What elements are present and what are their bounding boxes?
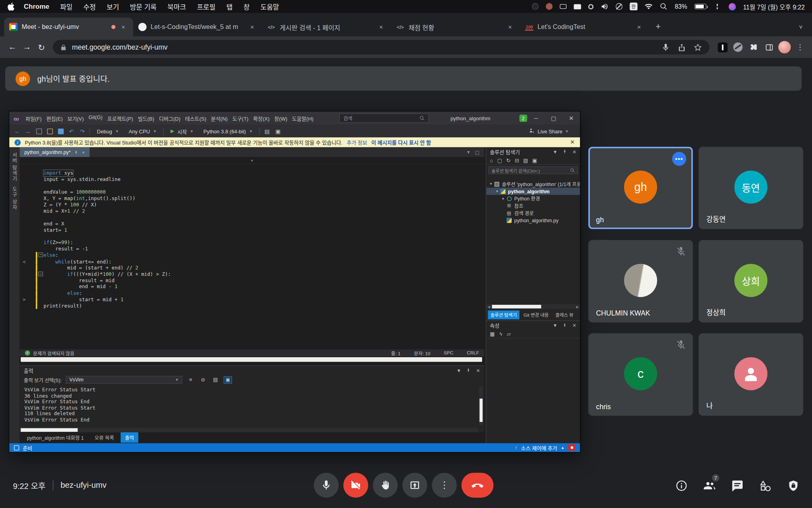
activities-button[interactable] — [759, 479, 772, 492]
browser-tab[interactable]: Meet - bez-ufyi-umv× — [4, 17, 133, 36]
refresh-icon[interactable]: ↻ — [506, 157, 511, 163]
menubar-app-name[interactable]: Chrome — [24, 3, 49, 11]
fold-marker-icon[interactable]: − — [38, 271, 43, 276]
zoom-app-icon[interactable] — [532, 2, 538, 11]
reload-button[interactable]: ↻ — [34, 40, 49, 55]
vs-menu-item[interactable]: 도구(T) — [230, 114, 251, 122]
line-indicator[interactable]: 줄: 1 — [391, 350, 400, 356]
nav-back-icon[interactable]: ← — [13, 127, 21, 135]
editor-navigation-bar[interactable]: ▼ — [20, 157, 485, 164]
code-line[interactable]: result = mid — [20, 277, 479, 284]
ime-korean-icon[interactable]: 한 — [630, 2, 638, 11]
vs-menu-item[interactable]: 파일(F) — [23, 114, 44, 122]
output-dropdown-icon[interactable]: ▼ — [456, 368, 461, 373]
code-line[interactable]: end = X — [20, 221, 479, 227]
tree-item[interactable]: ▤검색 경로 — [486, 210, 580, 217]
shortcut-ring-icon[interactable] — [588, 2, 594, 11]
site-security-lock-icon[interactable] — [60, 44, 67, 50]
code-editor[interactable]: import sysinput = sys.stdin.readlineendV… — [20, 170, 479, 309]
vs-notification-badge[interactable]: 2 — [519, 115, 527, 122]
python-env-dropdown[interactable]: Python 3.8 (64-bit)▼ — [200, 127, 256, 136]
categorized-icon[interactable]: ▦ — [490, 331, 495, 337]
chat-button[interactable] — [731, 479, 743, 492]
menubar-item[interactable]: 방문 기록 — [130, 2, 157, 12]
explorer-horizontal-scrollbar[interactable]: ◀▶ — [486, 304, 580, 309]
url-text[interactable]: meet.google.com/bez-ufyi-umv — [72, 43, 654, 51]
participant-tile[interactable]: 상희정상희 — [699, 240, 803, 323]
keyboard-icon[interactable] — [574, 2, 581, 11]
vs-menu-item[interactable]: 확장(X) — [251, 114, 272, 122]
live-share-button[interactable]: Live Share▼ — [529, 128, 569, 135]
output-toggle-icon[interactable]: ▣ — [224, 376, 232, 383]
dismiss-link[interactable]: 이 메시지를 다시 표시 안 함 — [372, 139, 431, 146]
tab-close-icon[interactable]: × — [634, 22, 644, 32]
output-wrap-icon[interactable]: ▤ — [211, 376, 220, 383]
extension-badge-icon[interactable] — [716, 40, 729, 54]
output-horizontal-scrollbar[interactable] — [20, 428, 478, 433]
vs-menu-item[interactable]: Git(G) — [86, 114, 105, 122]
share-icon[interactable] — [677, 43, 686, 52]
editor-tab-close-icon[interactable]: × — [82, 150, 85, 155]
participant-tile[interactable]: •••ghgh — [588, 147, 693, 229]
code-line[interactable]: else: — [20, 290, 479, 296]
vs-menu-item[interactable]: 보기(V) — [65, 114, 86, 122]
menubar-item[interactable]: 수정 — [83, 2, 96, 12]
code-line[interactable]: print(result) — [20, 303, 479, 309]
vs-menu-item[interactable]: 디버그(D) — [157, 114, 183, 122]
start-debug-button[interactable]: ▶시작▼ — [167, 127, 196, 136]
menubar-item[interactable]: 북마크 — [167, 2, 186, 12]
split-window-icon[interactable]: ▢ — [475, 150, 479, 155]
browser-tab[interactable]: </>게시판 검색 - 1 페이지× — [262, 17, 391, 36]
code-line[interactable]: end = mid - 1 — [20, 284, 479, 290]
tab-close-icon[interactable]: × — [119, 22, 128, 32]
output-clear-icon[interactable]: ⊘ — [199, 376, 207, 383]
menubar-item[interactable]: 보기 — [107, 2, 119, 12]
vs-menu-item[interactable]: 테스트(S) — [183, 114, 209, 122]
code-line[interactable] — [20, 233, 479, 240]
more-info-link[interactable]: 추가 정보 — [347, 139, 367, 146]
menubar-item[interactable]: 도움말 — [260, 2, 279, 12]
notification-red-badge[interactable] — [568, 444, 575, 451]
code-line[interactable]: > start = mid + 1 — [20, 296, 479, 303]
undo-icon[interactable]: ↶ — [68, 127, 75, 135]
browser-menu-kebab-icon[interactable]: ⋮ — [793, 40, 807, 54]
tab-close-icon[interactable]: × — [247, 22, 257, 32]
bookmark-star-icon[interactable] — [693, 43, 702, 52]
vs-side-tab[interactable]: 도구 상자 — [11, 187, 18, 210]
vs-menu-item[interactable]: 도움말(H) — [290, 114, 316, 122]
code-line[interactable]: result = -1 — [20, 246, 479, 252]
vs-menu-item[interactable]: 분석(N) — [209, 114, 230, 122]
open-file-icon[interactable] — [46, 127, 53, 135]
vs-menu-item[interactable]: 빌드(B) — [136, 114, 157, 122]
voice-search-icon[interactable] — [661, 43, 670, 52]
properties-icon[interactable]: ▣ — [532, 157, 537, 163]
code-line[interactable]: mid = (start + end) // 2 — [20, 265, 479, 271]
mic-button[interactable] — [314, 473, 339, 498]
tree-item[interactable]: ▾python_algorithm — [486, 188, 580, 195]
side-panel-icon[interactable] — [762, 40, 776, 54]
code-line[interactable]: X, Y = map(int,input().split()) — [20, 195, 479, 202]
display-icon[interactable] — [560, 2, 567, 11]
code-line[interactable] — [20, 214, 479, 221]
browser-tab[interactable]: Let-s-CodingTest/week_5 at m× — [133, 17, 262, 36]
explorer-tab[interactable]: Git 변경 내용 — [521, 310, 551, 319]
code-line[interactable]: import sys — [20, 170, 479, 176]
menubar-item[interactable]: 파일 — [60, 2, 73, 12]
info-bar-close-icon[interactable]: ✕ — [570, 139, 575, 146]
panel-tab[interactable]: 오류 목록 — [90, 432, 118, 443]
meeting-details-button[interactable] — [675, 479, 688, 492]
nav-forward-icon[interactable]: → — [24, 127, 31, 135]
switch-views-icon[interactable]: ▢ — [497, 157, 502, 163]
code-line[interactable]: input = sys.stdin.readline — [20, 176, 479, 183]
tree-item[interactable]: ⊞참조 — [486, 202, 580, 209]
vs-close-button[interactable]: ✕ — [562, 112, 580, 125]
properties-pin-icon[interactable] — [563, 323, 567, 328]
property-pages-icon[interactable]: ▱ — [507, 331, 511, 337]
code-line[interactable]: endValue = 1000000000 — [20, 189, 479, 195]
fold-marker-icon[interactable]: − — [38, 253, 43, 258]
output-vertical-scrollbar[interactable] — [479, 387, 483, 425]
home-icon[interactable]: ⌂ — [490, 157, 493, 163]
vs-maximize-button[interactable]: ▢ — [545, 112, 562, 125]
new-file-icon[interactable] — [35, 127, 42, 135]
wifi-icon[interactable] — [645, 2, 653, 11]
